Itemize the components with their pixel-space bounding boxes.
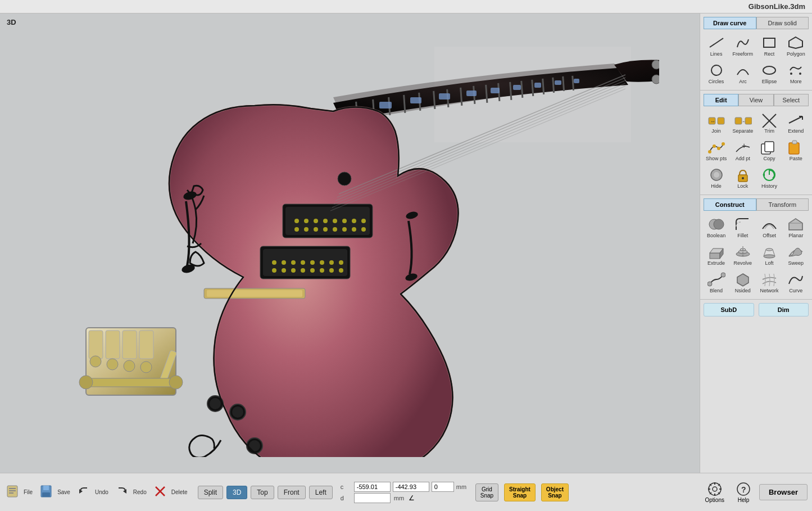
- edit-tab[interactable]: Edit: [704, 94, 738, 106]
- paste-icon: [787, 139, 805, 155]
- redo-icon-btn[interactable]: [114, 483, 130, 501]
- svg-point-51: [323, 227, 328, 232]
- options-btn[interactable]: Options: [702, 480, 728, 504]
- svg-rect-103: [764, 38, 775, 47]
- rect-tool[interactable]: Rect: [757, 33, 782, 59]
- straight-snap-btn[interactable]: StraightSnap: [504, 483, 536, 501]
- construct-tab-row: Construct Transform: [704, 198, 809, 211]
- left-btn[interactable]: Left: [309, 486, 333, 499]
- extend-tool[interactable]: Extend: [783, 110, 809, 136]
- history-label: History: [761, 183, 777, 189]
- copy-tool[interactable]: Copy: [757, 137, 782, 164]
- undo-icon: [77, 485, 90, 498]
- more-tool[interactable]: More: [783, 60, 809, 87]
- ellipse-icon: [760, 62, 778, 78]
- hide-tool[interactable]: Hide: [704, 165, 729, 191]
- svg-point-60: [291, 260, 296, 265]
- coord-label-d: d: [341, 495, 352, 501]
- bottom-bar: File Save Undo Redo Delete Split 3D Top …: [0, 473, 812, 511]
- join-tool[interactable]: ↔ Join: [704, 110, 729, 136]
- svg-text:+: +: [742, 141, 746, 150]
- save-icon: [39, 485, 53, 498]
- object-snap-btn[interactable]: ObjectSnap: [541, 483, 569, 501]
- 3d-btn[interactable]: 3D: [226, 486, 247, 499]
- offset-label: Offset: [763, 233, 776, 238]
- freeform-tool[interactable]: Freeform: [730, 33, 755, 59]
- lock-tool[interactable]: Lock: [730, 165, 755, 191]
- revolve-tool[interactable]: Revolve: [730, 242, 755, 268]
- help-btn[interactable]: ? Help: [732, 480, 755, 504]
- save-icon-btn[interactable]: [38, 483, 54, 501]
- top-btn[interactable]: Top: [251, 486, 274, 499]
- offset-tool[interactable]: Offset: [757, 214, 782, 241]
- planar-tool[interactable]: Planar: [783, 214, 809, 241]
- file-label: File: [24, 489, 33, 495]
- lines-tool[interactable]: Lines: [704, 33, 729, 59]
- svg-point-47: [361, 219, 366, 223]
- grid-snap-btn[interactable]: GridSnap: [475, 483, 498, 501]
- file-icon-btn[interactable]: [4, 483, 20, 501]
- svg-point-107: [790, 73, 792, 75]
- draw-tab-row: Draw curve Draw solid: [704, 17, 809, 29]
- blend-tool[interactable]: Blend: [704, 269, 729, 296]
- view-tab[interactable]: View: [738, 94, 773, 106]
- svg-point-73: [339, 268, 343, 273]
- split-btn[interactable]: Split: [198, 486, 223, 499]
- draw-curve-tab[interactable]: Draw curve: [704, 17, 756, 29]
- svg-point-64: [329, 260, 334, 265]
- loft-tool[interactable]: Loft: [757, 242, 782, 268]
- paste-tool[interactable]: Paste: [783, 137, 809, 164]
- delete-icon-btn[interactable]: [152, 483, 168, 501]
- curve-tool[interactable]: Curve: [783, 269, 809, 296]
- revolve-label: Revolve: [734, 260, 752, 266]
- svg-rect-77: [89, 331, 103, 359]
- svg-point-108: [799, 73, 801, 75]
- arc-icon: [734, 62, 752, 78]
- coord-y[interactable]: [393, 482, 429, 492]
- svg-line-102: [710, 38, 723, 47]
- coord-z[interactable]: [432, 482, 454, 492]
- svg-rect-127: [789, 143, 799, 154]
- svg-rect-78: [106, 331, 120, 359]
- construct-tab[interactable]: Construct: [704, 198, 756, 211]
- boolean-tool[interactable]: Boolean: [704, 214, 729, 241]
- browser-btn[interactable]: Browser: [759, 484, 808, 500]
- nsided-tool[interactable]: Nsided: [730, 269, 755, 296]
- polygon-tool[interactable]: Polygon: [783, 33, 809, 59]
- showpts-tool[interactable]: Show pts: [704, 137, 729, 164]
- separate-tool[interactable]: ↔ Separate: [730, 110, 755, 136]
- svg-point-83: [124, 360, 135, 372]
- coord-d[interactable]: [354, 493, 391, 503]
- ellipse-tool[interactable]: Ellipse: [757, 60, 782, 87]
- draw-solid-tab[interactable]: Draw solid: [756, 17, 809, 29]
- fillet-tool[interactable]: Fillet: [730, 214, 755, 241]
- svg-rect-128: [792, 141, 797, 144]
- addpt-tool[interactable]: + Add pt: [730, 137, 755, 164]
- dim-btn[interactable]: Dim: [759, 303, 809, 316]
- sweep-tool[interactable]: Sweep: [783, 242, 809, 268]
- svg-point-123: [722, 142, 725, 146]
- lines-label: Lines: [710, 51, 723, 57]
- svg-rect-22: [466, 91, 477, 96]
- paste-label: Paste: [790, 156, 802, 161]
- more-label: More: [790, 79, 802, 84]
- arc-tool[interactable]: Arc: [730, 60, 755, 87]
- trim-tool[interactable]: Trim: [757, 110, 782, 136]
- front-btn[interactable]: Front: [278, 486, 306, 499]
- extrude-tool[interactable]: Extrude: [704, 242, 729, 268]
- transform-tab[interactable]: Transform: [756, 198, 809, 211]
- separate-label: Separate: [733, 128, 754, 134]
- undo-icon-btn[interactable]: [76, 483, 92, 501]
- svg-point-130: [714, 172, 719, 178]
- svg-point-88: [169, 376, 183, 389]
- select-tab[interactable]: Select: [774, 94, 809, 106]
- coord-x[interactable]: [354, 482, 391, 492]
- circles-tool[interactable]: Circles: [704, 60, 729, 87]
- history-tool[interactable]: History: [757, 165, 782, 191]
- subd-btn[interactable]: SubD: [704, 303, 754, 316]
- construct-section: Construct Transform Boolean: [700, 195, 812, 300]
- svg-point-42: [314, 219, 318, 223]
- network-tool[interactable]: Network: [757, 269, 782, 296]
- extrude-label: Extrude: [707, 260, 725, 266]
- planar-label: Planar: [788, 233, 803, 238]
